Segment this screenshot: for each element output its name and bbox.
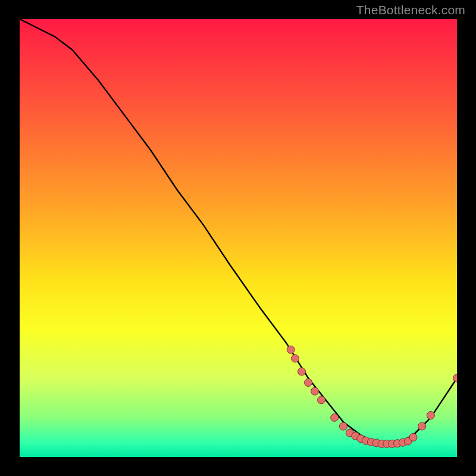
data-point (287, 346, 295, 353)
data-point (331, 414, 339, 421)
data-point (311, 387, 319, 395)
bottleneck-curve (20, 19, 457, 444)
plot-area (20, 19, 457, 457)
chart-svg (20, 19, 457, 457)
data-markers (287, 346, 457, 447)
watermark-text: TheBottleneck.com (356, 4, 465, 16)
data-point (427, 412, 434, 419)
data-point (318, 396, 325, 404)
data-point (418, 422, 426, 430)
data-point (298, 368, 306, 375)
data-point (305, 378, 312, 386)
data-point (292, 355, 299, 362)
data-point (453, 374, 458, 382)
chart-stage: TheBottleneck.com (0, 0, 476, 476)
data-point (409, 433, 417, 441)
data-point (339, 422, 347, 430)
